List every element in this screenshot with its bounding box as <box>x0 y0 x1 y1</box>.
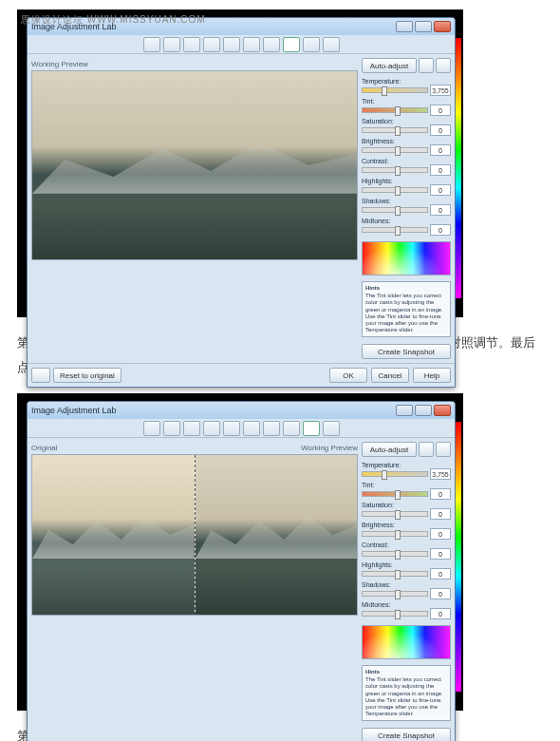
black-point-picker-icon[interactable] <box>436 58 451 73</box>
preview-area: Working Preview <box>31 58 358 359</box>
highlights-label: Highlights: <box>362 178 451 184</box>
fit-icon[interactable] <box>243 37 260 52</box>
help-button[interactable]: Help <box>413 368 451 383</box>
midtones-slider[interactable] <box>362 227 428 233</box>
pan-icon[interactable] <box>183 421 200 436</box>
contrast-slider[interactable] <box>362 167 428 173</box>
rotate-cw-icon[interactable] <box>163 421 180 436</box>
undo-icon[interactable] <box>31 368 50 383</box>
create-snapshot-button[interactable]: Create Snapshot <box>362 344 451 359</box>
rotate-ccw-icon[interactable] <box>143 37 160 52</box>
toolbar <box>28 419 455 438</box>
close-button[interactable] <box>434 21 451 32</box>
preview-image <box>31 70 358 260</box>
window-title: Image Adjustment Lab <box>31 406 117 415</box>
preview-image-split <box>31 454 358 616</box>
dual-preview-icon[interactable] <box>323 421 340 436</box>
actual-size-icon[interactable] <box>263 421 280 436</box>
brightness-value[interactable]: 0 <box>430 144 451 156</box>
dual-preview-icon[interactable] <box>323 37 340 52</box>
histogram <box>362 241 451 276</box>
shadows-value[interactable]: 0 <box>430 204 451 216</box>
color-palette-strip <box>456 38 461 298</box>
brightness-label: Brightness: <box>362 138 451 144</box>
temperature-value[interactable]: 3,755 <box>430 85 451 96</box>
rotate-ccw-icon[interactable] <box>143 421 160 436</box>
fit-icon[interactable] <box>243 421 260 436</box>
midtones-slider[interactable] <box>362 611 428 617</box>
saturation-label: Saturation: <box>362 118 451 124</box>
zoom-in-icon[interactable] <box>203 37 220 52</box>
shadows-label: Shadows: <box>362 198 451 204</box>
close-button[interactable] <box>434 405 451 416</box>
brightness-slider[interactable] <box>362 147 428 153</box>
brightness-slider[interactable] <box>362 531 428 537</box>
auto-adjust-button[interactable]: Auto-adjust <box>362 58 417 73</box>
highlights-slider[interactable] <box>362 187 428 193</box>
preview-label: Working Preview <box>31 60 88 68</box>
maximize-button[interactable] <box>415 405 432 416</box>
adjustment-panel: Auto-adjust Temperature:3,755 Tint:0 Sat… <box>362 58 451 359</box>
split-preview-icon[interactable] <box>303 37 320 52</box>
pan-icon[interactable] <box>183 37 200 52</box>
watermark: 思缘设计论坛 WWW.MISSYUAN.COM <box>21 13 206 27</box>
actual-size-icon[interactable] <box>263 37 280 52</box>
saturation-slider[interactable] <box>362 511 428 517</box>
create-snapshot-button[interactable]: Create Snapshot <box>362 728 451 741</box>
midtones-value[interactable]: 0 <box>430 224 451 236</box>
shadows-slider[interactable] <box>362 591 428 597</box>
auto-adjust-button[interactable]: Auto-adjust <box>362 442 417 457</box>
zoom-out-icon[interactable] <box>223 37 240 52</box>
screenshot-step5: Image Adjustment Lab <box>17 393 463 711</box>
shadows-slider[interactable] <box>362 207 428 213</box>
temperature-slider[interactable] <box>362 471 428 477</box>
temperature-slider[interactable] <box>362 87 428 93</box>
tint-value[interactable]: 0 <box>430 104 451 116</box>
hints-box: Hints The Tint slider lets you correct c… <box>362 665 451 721</box>
color-palette-strip <box>456 422 461 692</box>
highlights-value[interactable]: 0 <box>430 184 451 196</box>
working-preview-label: Working Preview <box>301 444 358 452</box>
working-preview <box>196 455 358 615</box>
minimize-button[interactable] <box>396 21 413 32</box>
single-preview-icon[interactable] <box>283 421 300 436</box>
saturation-value[interactable]: 0 <box>430 124 451 136</box>
reset-button[interactable]: Reset to original <box>53 368 121 383</box>
tint-label: Tint: <box>362 98 451 104</box>
slider-group: Temperature:3,755 Tint:0 Saturation:0 Br… <box>362 76 451 236</box>
tint-slider[interactable] <box>362 107 428 113</box>
ok-button[interactable]: OK <box>329 368 367 383</box>
hints-title: Hints <box>365 285 447 292</box>
contrast-value[interactable]: 0 <box>430 164 451 176</box>
original-label: Original <box>31 444 58 452</box>
toolbar <box>28 35 455 54</box>
black-point-picker-icon[interactable] <box>436 442 451 457</box>
histogram <box>362 625 451 659</box>
split-preview-icon[interactable] <box>303 421 320 436</box>
zoom-out-icon[interactable] <box>223 421 240 436</box>
white-point-picker-icon[interactable] <box>419 58 434 73</box>
adjustment-lab-window-split: Image Adjustment Lab <box>27 401 456 741</box>
contrast-label: Contrast: <box>362 158 451 164</box>
maximize-button[interactable] <box>415 21 432 32</box>
hints-box: Hints The Tint slider lets you correct c… <box>362 281 451 337</box>
adjustment-panel: Auto-adjust Temperature:3,755 Tint:0 Sat… <box>362 442 451 741</box>
zoom-in-icon[interactable] <box>203 421 220 436</box>
rotate-cw-icon[interactable] <box>163 37 180 52</box>
adjustment-lab-window: Image Adjustment Lab <box>27 17 456 388</box>
temperature-label: Temperature: <box>362 78 451 85</box>
minimize-button[interactable] <box>396 405 413 416</box>
titlebar: Image Adjustment Lab <box>28 402 455 419</box>
screenshot-step4: 思缘设计论坛 WWW.MISSYUAN.COM Image Adjustment… <box>17 10 463 317</box>
preview-area-split: Original Working Preview <box>31 442 358 741</box>
highlights-slider[interactable] <box>362 571 428 577</box>
single-preview-icon[interactable] <box>283 37 300 52</box>
cancel-button[interactable]: Cancel <box>371 368 409 383</box>
white-point-picker-icon[interactable] <box>419 442 434 457</box>
tint-slider[interactable] <box>362 491 428 497</box>
hints-text: The Tint slider lets you correct color c… <box>365 293 447 333</box>
original-preview <box>32 455 195 615</box>
saturation-slider[interactable] <box>362 127 428 133</box>
contrast-slider[interactable] <box>362 551 428 557</box>
midtones-label: Midtones: <box>362 218 451 224</box>
